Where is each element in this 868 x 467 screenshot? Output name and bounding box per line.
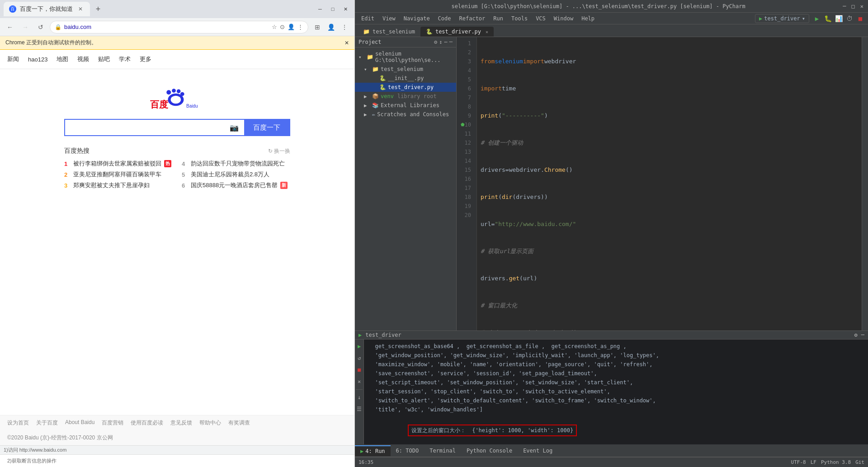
tab-python-console[interactable]: Python Console	[461, 446, 518, 456]
menu-view[interactable]: View	[379, 14, 399, 23]
editor-right-scrollbar[interactable]	[862, 37, 868, 330]
menu-window[interactable]: Window	[550, 14, 577, 23]
tree-init-py[interactable]: 🐍 __init__.py	[355, 74, 456, 83]
status-encoding[interactable]: UTF-8	[791, 459, 806, 465]
footer-about[interactable]: 关于百度	[36, 419, 58, 427]
status-lf[interactable]: LF	[811, 459, 816, 465]
run-config-dropdown[interactable]: ▶ test_driver ▾	[755, 14, 809, 23]
footer-sethome[interactable]: 设为首页	[7, 419, 29, 427]
status-python[interactable]: Python 3.8	[821, 459, 851, 465]
console-filter-btn[interactable]: ☰	[355, 404, 364, 414]
forward-button[interactable]: →	[19, 21, 32, 33]
tab-test-driver[interactable]: 🐍 test_driver.py ✕	[420, 27, 494, 37]
minimize-button[interactable]: ─	[315, 4, 326, 14]
menu-navigate[interactable]: Navigate	[400, 14, 434, 23]
tree-scratches-and-consoles[interactable]: ▶ ✏ Scratches and Consoles	[355, 110, 456, 119]
footer-reward[interactable]: 有奖调查	[228, 419, 250, 427]
stop-button[interactable]: ■	[855, 14, 865, 24]
footer-terms[interactable]: 使用百度必读	[131, 419, 163, 427]
console-line-2: 'get_window_position', 'get_window_size'…	[368, 351, 863, 359]
new-tab-button[interactable]: +	[92, 3, 104, 15]
camera-search-button[interactable]: 📷	[224, 120, 244, 135]
footer-help[interactable]: 帮助中心	[199, 419, 221, 427]
menu-code[interactable]: Code	[434, 14, 455, 23]
account-menu[interactable]: 👤	[325, 21, 337, 33]
hot-refresh[interactable]: ↻ 换一换	[268, 147, 290, 155]
hot-item-5[interactable]: 5 美国迪士尼乐园将裁员2.8万人	[182, 170, 290, 179]
reload-button[interactable]: ↺	[34, 21, 47, 33]
hot-item-2[interactable]: 2 亚美尼亚推翻阿塞拜疆百辆装甲车	[64, 170, 173, 179]
console-output: get_screenshot_as_base64 , get_screensho…	[364, 340, 868, 444]
chrome-tab-active[interactable]: 百 百度一下，你就知道 ✕	[4, 2, 90, 16]
warning-close[interactable]: ✕	[344, 40, 349, 46]
status-git[interactable]: Git	[855, 459, 864, 465]
profile-button[interactable]: ⏱	[844, 14, 854, 24]
nav-video[interactable]: 视频	[77, 53, 89, 65]
tree-venv[interactable]: ▶ 📦 venv library root	[355, 92, 456, 101]
more-icon[interactable]: ⋮	[297, 24, 303, 30]
pycharm-close[interactable]: ✕	[859, 2, 864, 10]
console-stop-btn[interactable]: ■	[355, 365, 364, 375]
console-run-btn[interactable]: ▶	[355, 341, 364, 351]
maximize-button[interactable]: □	[327, 4, 338, 14]
nav-xueshu[interactable]: 学术	[119, 53, 131, 65]
pycharm-minimize[interactable]: ─	[842, 2, 847, 10]
tree-selenium-root[interactable]: ▾ 📁 selenium G:\tool\python\se...	[355, 49, 456, 65]
run-button[interactable]: ▶	[812, 14, 822, 24]
hot-item-4[interactable]: 4 韵达回应数千只宠物带货物流园死亡	[182, 160, 290, 168]
menu-edit[interactable]: Edit	[358, 14, 378, 23]
run-header-settings[interactable]: ⚙	[854, 332, 858, 338]
address-bar[interactable]: 🔒 baidu.com ☆ ⊙ 👤 ⋮	[50, 21, 308, 33]
baidu-search-input[interactable]	[65, 120, 224, 135]
menu-help[interactable]: Help	[578, 14, 598, 23]
tree-test-selenium[interactable]: ▾ 📁 test_selenium	[355, 65, 456, 74]
hot-item-1[interactable]: 1 被行李箱绑倒去世家属索赔被驳回 热	[64, 160, 173, 168]
footer-feedback[interactable]: 意见反馈	[170, 419, 192, 427]
console-rerun-btn[interactable]: ↺	[355, 353, 364, 363]
tab-run[interactable]: ▶ 4: Run	[355, 445, 391, 456]
tab-test-selenium[interactable]: 📁 test_selenium	[358, 27, 420, 37]
bookmark-icon[interactable]: ☆	[272, 24, 277, 30]
close-button[interactable]: ✕	[340, 4, 351, 14]
sidebar-icon-sort[interactable]: ↕	[439, 39, 442, 45]
code-line-6: print(dir(drivers))	[481, 193, 858, 202]
editor-code-area[interactable]: from selenium import webdriver import ti…	[477, 37, 862, 330]
tree-external-libraries[interactable]: ▶ 📚 External Libraries	[355, 101, 456, 110]
back-button[interactable]: ←	[4, 21, 16, 33]
menu-vcs[interactable]: VCS	[532, 14, 549, 23]
nav-map[interactable]: 地图	[57, 53, 68, 65]
toolbar-right: ⊞ 👤 ⋮	[311, 21, 351, 33]
tab-todo[interactable]: 6: TODO	[391, 446, 425, 456]
menu-refactor[interactable]: Refactor	[456, 14, 489, 23]
nav-more[interactable]: 更多	[140, 53, 151, 65]
tab-driver-close[interactable]: ✕	[486, 29, 488, 34]
console-close-btn[interactable]: ✕	[355, 377, 364, 387]
footer-about-en[interactable]: About Baidu	[65, 419, 94, 427]
footer-marketing[interactable]: 百度营销	[102, 419, 123, 427]
nav-news[interactable]: 新闻	[7, 53, 19, 65]
account-icon[interactable]: 👤	[288, 24, 295, 30]
coverage-button[interactable]: 📊	[834, 14, 844, 24]
hot-item-6[interactable]: 6 国庆58888元一晚酒店套房已售罄 新	[182, 181, 290, 189]
project-tree: ▾ 📁 selenium G:\tool\python\se... ▾ 📁 te…	[355, 47, 456, 330]
chrome-menu[interactable]: ⋮	[338, 21, 351, 33]
nav-tieba[interactable]: 贴吧	[98, 53, 110, 65]
run-header-minimize[interactable]: ─	[861, 332, 864, 338]
baidu-search-button[interactable]: 百度一下	[244, 120, 289, 135]
extensions-icon[interactable]: ⊞	[311, 21, 324, 33]
sidebar-icon-more[interactable]: ⋯	[444, 39, 448, 45]
tab-event-log[interactable]: Event Log	[518, 446, 558, 456]
tree-test-driver-py[interactable]: 🐍 test_driver.py	[355, 83, 456, 92]
sidebar-icon-minimize[interactable]: ─	[449, 39, 453, 45]
menu-tools[interactable]: Tools	[508, 14, 531, 23]
debug-button[interactable]: 🐛	[823, 14, 833, 24]
menu-run[interactable]: Run	[490, 14, 507, 23]
tab-terminal[interactable]: Terminal	[424, 446, 461, 456]
hot-item-3[interactable]: 3 郑爽安慰被丈夫推下悬崖孕妇	[64, 181, 173, 189]
lens-icon[interactable]: ⊙	[280, 24, 285, 30]
pycharm-maximize[interactable]: □	[851, 2, 856, 10]
console-scroll-btn[interactable]: ↓	[355, 392, 364, 402]
chrome-tab-close[interactable]: ✕	[76, 5, 85, 13]
nav-hao123[interactable]: hao123	[28, 54, 47, 65]
sidebar-icon-settings[interactable]: ⚙	[434, 39, 437, 45]
